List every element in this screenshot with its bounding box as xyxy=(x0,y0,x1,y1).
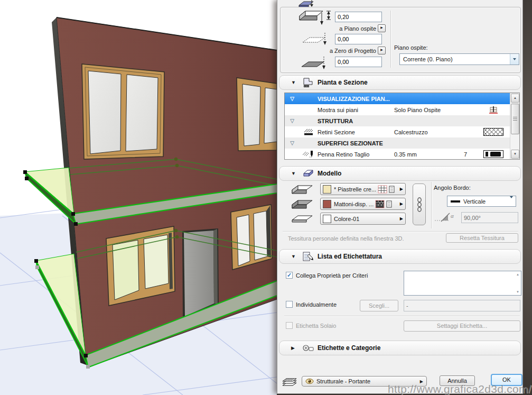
texture-note: Tessitura personale definita nella fines… xyxy=(288,235,404,242)
individual-value-field: - xyxy=(404,300,520,311)
angolo-bordo-dropdown[interactable]: Verticale xyxy=(447,196,516,207)
angolo-bordo-value: Verticale xyxy=(463,198,486,205)
table-group-label: SUPERFICI SEZIONATE xyxy=(318,137,394,149)
watermark: http://www.grafica2d3d.com/ xyxy=(388,383,531,395)
pen-swatch[interactable] xyxy=(476,149,511,160)
link-surfaces-button[interactable] xyxy=(413,183,426,225)
to-host-flyout-button[interactable]: ▶ xyxy=(378,24,386,32)
dropdown-arrow-icon[interactable] xyxy=(510,54,519,65)
table-group-label: VISUALIZZAZIONE PIAN... xyxy=(318,93,394,104)
host-story-label: Piano ospite: xyxy=(394,44,428,51)
to-project-zero-flyout-button[interactable]: ▶ xyxy=(378,47,386,54)
collapse-triangle-icon[interactable]: ▼ xyxy=(291,171,297,176)
section-header-etichette[interactable]: ▶ Etichette e Categorie xyxy=(279,341,521,355)
list-label-icon xyxy=(302,251,314,262)
flyout-arrow-icon[interactable]: ▶ xyxy=(400,187,403,191)
criteria-listbox[interactable]: ▲ ▼ xyxy=(404,271,521,296)
row-label: Penna Retino Taglio xyxy=(318,149,394,160)
slab-bottom-face-icon xyxy=(291,213,313,225)
table-row-superfici[interactable]: ▽ SUPERFICI SEZIONATE xyxy=(285,137,511,149)
slab-edge-face-icon xyxy=(291,198,313,210)
settaggi-etichetta-button[interactable]: Settaggi Etichetta... xyxy=(404,320,520,332)
to-host-label: a Piano ospite xyxy=(309,25,376,32)
row-label: Retini Sezione xyxy=(318,126,394,137)
collapse-triangle-icon[interactable]: ▼ xyxy=(291,254,297,259)
row-value[interactable]: Solo Piano Ospite xyxy=(394,104,455,115)
scegli-button[interactable]: Scegli... xyxy=(360,300,398,311)
hatch-icon xyxy=(300,126,318,137)
scroll-down-icon[interactable]: ▼ xyxy=(516,290,519,293)
layer-value: Strutturale - Portante xyxy=(316,378,370,384)
section-header-modello[interactable]: ▼ Modello xyxy=(279,166,521,181)
layers-icon xyxy=(281,374,297,387)
surface-color-swatch xyxy=(323,215,331,223)
individualmente-label: Individualmente xyxy=(296,301,337,308)
section-title-etichette: Etichette e Categorie xyxy=(318,344,380,352)
section-header-lista[interactable]: ▼ Lista ed Etichettatura xyxy=(279,249,521,264)
thickness-input[interactable] xyxy=(335,12,382,22)
expand-triangle-icon[interactable]: ▶ xyxy=(291,345,297,351)
pen-hatch-icon xyxy=(300,149,318,160)
section-header-pianta[interactable]: ▼ Pianta e Sezione xyxy=(279,75,521,90)
eye-icon xyxy=(305,378,314,384)
table-row-mostra[interactable]: Mostra sui piani Solo Piano Ospite xyxy=(285,104,511,115)
story-icon xyxy=(476,104,511,115)
crosshatch-swatch[interactable] xyxy=(476,126,511,137)
document-icon xyxy=(386,200,393,208)
3d-viewport[interactable] xyxy=(0,0,277,395)
section-title-pianta: Pianta e Sezione xyxy=(318,79,368,86)
separator xyxy=(284,316,520,316)
surface-label: Colore-01 xyxy=(334,216,359,222)
group-collapse-icon[interactable]: ▽ xyxy=(290,96,294,102)
chain-icon xyxy=(416,197,423,212)
table-row-struttura[interactable]: ▽ STRUTTURA xyxy=(285,115,511,126)
scroll-up-icon[interactable]: ▲ xyxy=(516,273,519,276)
tile-pattern-icon xyxy=(378,185,387,194)
reset-texture-button[interactable]: Resetta Tessitura xyxy=(446,233,518,243)
slab-thickness-icon xyxy=(298,8,334,25)
bottom-surface-button[interactable]: Colore-01 ▶ xyxy=(320,213,406,225)
slab-top-face-icon xyxy=(291,183,313,196)
screen: { "watermark": "http://www.grafica2d3d.c… xyxy=(0,0,532,395)
row-value[interactable]: 0.35 mm xyxy=(394,149,455,160)
surface-color-swatch xyxy=(323,200,331,208)
collapse-triangle-icon[interactable]: ▼ xyxy=(291,80,297,85)
pen-number[interactable]: 7 xyxy=(455,149,476,160)
line-sample-icon xyxy=(451,200,460,203)
row-label: Mostra sui piani xyxy=(318,104,394,115)
scrollbar-thumb[interactable] xyxy=(511,104,519,134)
table-row-penna[interactable]: Penna Retino Taglio 0.35 mm 7 xyxy=(285,149,511,160)
section-title-lista: Lista ed Etichettatura xyxy=(318,253,382,260)
window-upper-right xyxy=(237,78,277,151)
bottom-offset-input[interactable] xyxy=(335,57,382,67)
slab-bottom-level-icon xyxy=(300,55,329,70)
table-row-retini[interactable]: Retini Sezione Calcestruzzo xyxy=(285,126,511,137)
host-story-dropdown[interactable]: Corrente (0. Piano) xyxy=(399,53,519,65)
angle-input xyxy=(461,212,518,223)
table-row-visualizzazione[interactable]: ▽ VISUALIZZAZIONE PIAN... xyxy=(285,93,511,104)
attributes-table: ▽ VISUALIZZAZIONE PIAN... Mostra sui pia… xyxy=(284,93,520,160)
top-surface-button[interactable]: * Piastrelle cre... ▶ xyxy=(320,183,406,195)
modello-divider xyxy=(431,182,432,228)
collega-label: Collega Proprietà per Criteri xyxy=(296,272,368,279)
collega-checkbox[interactable]: ✓ xyxy=(286,272,293,279)
group-collapse-icon[interactable]: ▽ xyxy=(290,140,294,146)
surface-label: Mattoni-disp. ... xyxy=(334,201,374,207)
window-lower-right xyxy=(231,205,272,270)
edge-angle-icon: α xyxy=(434,210,460,224)
svg-text:α: α xyxy=(451,213,454,219)
flyout-arrow-icon[interactable]: ▶ xyxy=(400,216,403,221)
row-value[interactable]: Calcestruzzo xyxy=(394,126,455,137)
etichetta-label: Etichetta Solaio xyxy=(296,323,336,329)
scroll-down-icon[interactable]: ▼ xyxy=(511,150,519,159)
top-offset-input[interactable] xyxy=(335,34,382,44)
edge-surface-button[interactable]: Mattoni-disp. ... ▶ xyxy=(320,198,406,210)
table-scrollbar[interactable]: ▲ ▼ xyxy=(510,93,519,159)
surface-color-swatch xyxy=(323,185,331,194)
group-collapse-icon[interactable]: ▽ xyxy=(290,118,294,124)
flyout-arrow-icon[interactable]: ▶ xyxy=(400,201,403,206)
scroll-up-icon[interactable]: ▲ xyxy=(511,94,519,103)
individualmente-checkbox[interactable] xyxy=(286,301,293,308)
tag-category-icon xyxy=(302,344,314,352)
angolo-bordo-label: Angolo Bordo: xyxy=(434,185,471,191)
